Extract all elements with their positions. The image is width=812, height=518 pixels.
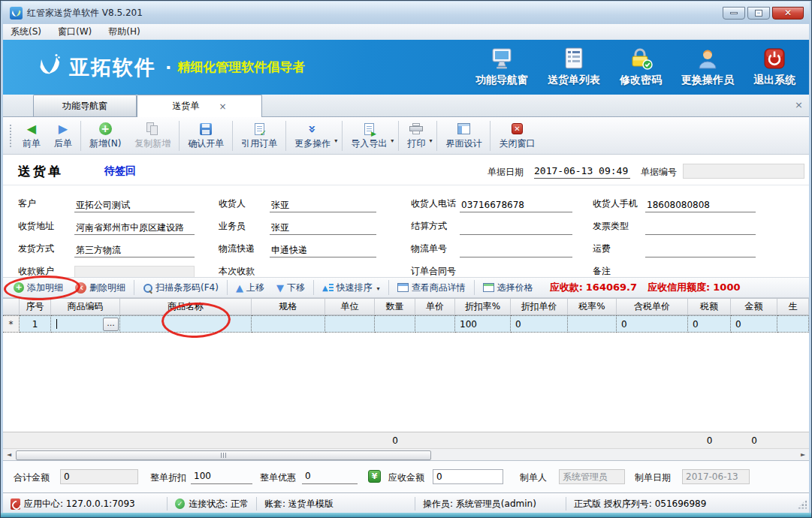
cell-unit[interactable] [325, 315, 375, 333]
banner-action-exit[interactable]: 退出系统 [753, 47, 795, 87]
detailbar-separator [388, 280, 389, 295]
cell-discount-price[interactable]: 0 [511, 315, 568, 333]
cell-truncated[interactable] [777, 315, 809, 333]
next-order-button[interactable]: ▶ 后单 [47, 119, 79, 152]
monitor-icon [489, 47, 515, 72]
cell-qty[interactable] [375, 315, 415, 333]
logistics-no-field[interactable] [460, 243, 572, 257]
dropdown-caret-icon[interactable]: ▾ [377, 285, 380, 292]
copy-new-button[interactable]: 复制新增 [128, 119, 177, 152]
receiver-field[interactable]: 张亚 [270, 198, 376, 212]
tab-nav-window[interactable]: 功能导航窗 [33, 95, 137, 116]
close-window-button[interactable]: ✕ 关闭窗口 [492, 119, 542, 152]
customer-field[interactable]: 亚拓公司测试 [74, 198, 195, 212]
lookup-ellipsis-button[interactable]: ... [103, 318, 119, 331]
yuan-icon[interactable]: ¥ [368, 470, 381, 483]
table-blue-icon [397, 283, 409, 292]
col-header-amount[interactable]: 金额 [731, 299, 777, 315]
dropdown-caret-icon[interactable]: ▾ [391, 137, 394, 144]
settlement-field[interactable] [460, 221, 572, 235]
tabstrip-close-icon[interactable]: × [795, 99, 803, 110]
col-header-qty[interactable]: 数量 [375, 299, 415, 315]
detailbar-separator [313, 280, 314, 295]
cell-tax-rate[interactable] [568, 315, 617, 333]
menu-help[interactable]: 帮助(H) [108, 26, 140, 38]
cell-spec[interactable] [252, 315, 325, 333]
address-field[interactable]: 河南省郑州市中原区建设路 [74, 221, 195, 235]
more-actions-button[interactable]: » 更多操作 [288, 119, 337, 152]
minimize-button[interactable] [723, 7, 745, 20]
ui-design-button[interactable]: 界面设计 [439, 119, 488, 152]
col-header-unit[interactable]: 单位 [325, 299, 375, 315]
banner-action-change-password[interactable]: 修改密码 [620, 47, 662, 87]
prev-order-button[interactable]: ◀ 前单 [16, 119, 47, 152]
cell-tax-amount[interactable]: 0 [688, 315, 731, 333]
import-export-button[interactable]: 导入导出 [344, 119, 394, 152]
cell-name[interactable] [120, 315, 252, 333]
scroll-left-icon[interactable]: ◄ [3, 449, 15, 460]
order-promo-field[interactable]: 0 [302, 469, 358, 484]
scroll-right-icon[interactable]: ► [797, 449, 809, 460]
maker-label: 制单人 [520, 471, 547, 484]
dropdown-caret-icon[interactable]: ▾ [429, 137, 432, 144]
confirm-order-button[interactable]: 确认开单 [181, 119, 231, 152]
col-header-discount-price[interactable]: 折扣单价 [511, 299, 568, 315]
col-header-price[interactable]: 单价 [415, 299, 455, 315]
quick-sort-button[interactable]: ▲ 快速排序 ▾ [316, 282, 386, 294]
cell-code-editing[interactable]: ... [51, 315, 120, 333]
col-header-code[interactable]: 商品编码 [51, 299, 120, 315]
restore-button[interactable] [747, 7, 770, 20]
col-header-tax-amount[interactable]: 税额 [688, 299, 731, 315]
banner-action-switch-operator[interactable]: 更换操作员 [681, 47, 734, 87]
move-up-button[interactable]: ▲ 上移 [230, 282, 270, 294]
app-logo-icon [10, 7, 23, 20]
invoice-type-field[interactable] [645, 221, 756, 235]
horizontal-scrollbar[interactable]: ◄ ► [3, 448, 809, 460]
tab-label: 送货单 [172, 100, 199, 113]
col-header-spec[interactable]: 规格 [252, 299, 325, 315]
tab-delivery-order[interactable]: 送货单 × [137, 95, 262, 117]
scrollbar-thumb[interactable] [16, 450, 431, 460]
col-header-tax-rate[interactable]: 税率% [568, 299, 617, 315]
tab-close-icon[interactable]: × [219, 101, 226, 112]
view-product-detail-button[interactable]: 查看商品详情 [391, 282, 472, 294]
col-header-discount-rate[interactable]: 折扣率% [455, 299, 511, 315]
receiver-phone-field[interactable]: 03716678678 [460, 198, 572, 212]
col-header-name[interactable]: 商品名称 [120, 299, 252, 315]
restore-icon [756, 11, 762, 16]
cell-amount[interactable]: 0 [731, 315, 777, 333]
delete-detail-button[interactable]: ✕ 删除明细 [69, 282, 131, 294]
resize-grip[interactable] [797, 499, 807, 509]
cell-seq[interactable]: 1 [20, 315, 51, 333]
dropdown-caret-icon[interactable]: ▾ [334, 137, 337, 144]
banner-action-order-list[interactable]: 送货单列表 [548, 47, 600, 87]
col-header-seq[interactable]: 序号 [20, 299, 51, 315]
salesman-field[interactable]: 张亚 [270, 221, 376, 235]
move-down-button[interactable]: ▼ 下移 [270, 282, 311, 294]
select-price-button[interactable]: 选择价格 [477, 282, 539, 294]
logistics-field[interactable]: 申通快递 [270, 243, 376, 257]
col-header-tax-incl-price[interactable]: 含税单价 [617, 299, 688, 315]
col-header-truncated[interactable]: 生 [777, 299, 809, 315]
cell-tax-incl-price[interactable]: 0 [617, 315, 688, 333]
scan-barcode-button[interactable]: 扫描条形码(F4) [137, 282, 225, 294]
cell-discount-rate[interactable]: 100 [455, 315, 511, 333]
order-discount-field[interactable]: 100 [191, 469, 252, 484]
menu-window[interactable]: 窗口(W) [58, 26, 92, 38]
receiver-mobile-field[interactable]: 18608080808 [645, 198, 756, 212]
print-button[interactable]: 打印 [400, 119, 432, 152]
cell-price[interactable] [415, 315, 455, 333]
doc-date-field[interactable]: 2017-06-13 09:49 [534, 164, 630, 179]
close-button[interactable]: ✕ [772, 7, 804, 20]
ship-method-field[interactable]: 第三方物流 [74, 243, 195, 257]
receivable-amount-field[interactable]: 0 [433, 469, 503, 484]
detailbar-separator [227, 280, 228, 295]
new-order-button[interactable]: + 新增(N) [83, 119, 128, 152]
totals-bar: 合计金额 0 整单折扣 100 整单优惠 0 ¥ 应收金额 0 制单人 系统管理… [3, 460, 809, 492]
menu-system[interactable]: 系统(S) [11, 26, 41, 38]
reference-order-button[interactable]: 引用订单 [234, 119, 284, 152]
total-amount-label: 合计金额 [14, 471, 50, 484]
banner-action-nav[interactable]: 功能导航窗 [475, 47, 528, 87]
add-detail-button[interactable]: + 添加明细 [8, 282, 69, 294]
freight-field[interactable] [645, 243, 756, 257]
